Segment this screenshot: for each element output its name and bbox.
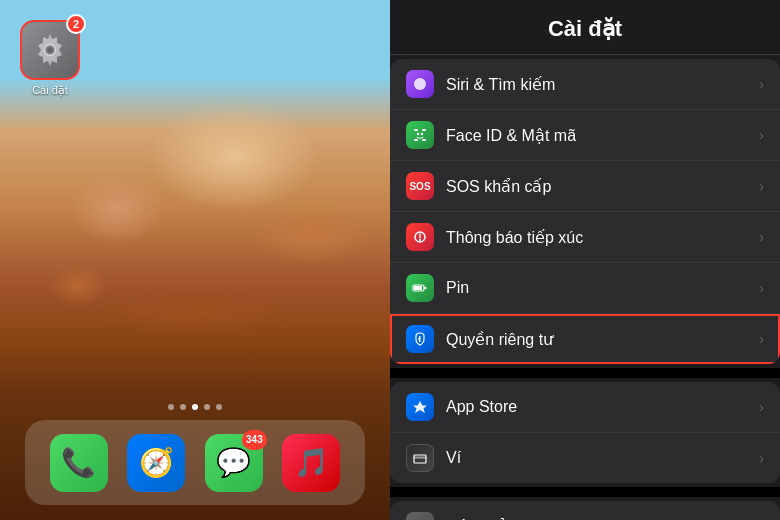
svg-point-8 [417, 133, 419, 135]
wallet-icon [406, 444, 434, 472]
svg-point-2 [47, 47, 53, 53]
settings-app-icon[interactable]: 2 [20, 20, 80, 80]
password-icon [406, 512, 434, 520]
settings-title: Cài đặt [410, 16, 760, 42]
appstore-chevron: › [759, 399, 764, 415]
appstore-label: App Store [446, 398, 759, 416]
iphone-screen: 2 Cài đặt 📞 🧭 [0, 0, 390, 520]
svg-rect-14 [414, 286, 422, 290]
battery-chevron: › [759, 280, 764, 296]
svg-rect-6 [414, 139, 418, 141]
messages-badge: 343 [242, 430, 267, 450]
exposure-chevron: › [759, 229, 764, 245]
svg-rect-13 [424, 287, 427, 289]
page-dots [168, 404, 222, 410]
separator-1 [390, 368, 780, 378]
dock-music[interactable]: 🎵 [282, 434, 340, 492]
exposure-label: Thông báo tiếp xúc [446, 228, 759, 247]
svg-point-9 [421, 133, 423, 135]
svg-rect-4 [414, 129, 418, 131]
separator-2 [390, 487, 780, 497]
siri-chevron: › [759, 76, 764, 92]
sos-item[interactable]: SOS SOS khẩn cấp › [390, 161, 780, 212]
privacy-item[interactable]: Quyền riêng tư › [390, 314, 780, 364]
dot-4 [204, 404, 210, 410]
gear-icon [32, 32, 68, 68]
dock-phone[interactable]: 📞 [50, 434, 108, 492]
password-label: Mật khẩu [446, 517, 759, 521]
messages-icon: 💬 [216, 446, 251, 479]
settings-group-2: App Store › Ví › [390, 382, 780, 483]
settings-group-1: Siri & Tìm kiếm › Face ID & Mật mã › SOS… [390, 59, 780, 364]
svg-point-3 [414, 78, 426, 90]
wallet-label: Ví [446, 449, 759, 467]
dot-2 [180, 404, 186, 410]
svg-rect-17 [414, 457, 426, 459]
privacy-chevron: › [759, 331, 764, 347]
dot-5 [216, 404, 222, 410]
appstore-icon [406, 393, 434, 421]
dot-1 [168, 404, 174, 410]
battery-item[interactable]: Pin › [390, 263, 780, 314]
faceid-label: Face ID & Mật mã [446, 126, 759, 145]
sos-icon: SOS [406, 172, 434, 200]
faceid-chevron: › [759, 127, 764, 143]
password-item[interactable]: Mật khẩu › [390, 501, 780, 520]
dot-3 [192, 404, 198, 410]
phone-container: 2 Cài đặt 📞 🧭 [0, 0, 780, 520]
dock-messages[interactable]: 💬 343 [205, 434, 263, 492]
settings-list[interactable]: Siri & Tìm kiếm › Face ID & Mật mã › SOS… [390, 55, 780, 520]
home-icon-area: 2 Cài đặt [20, 20, 80, 97]
faceid-icon [406, 121, 434, 149]
dock: 📞 🧭 💬 343 🎵 [25, 420, 365, 505]
settings-app-wrapper[interactable]: 2 Cài đặt [20, 20, 80, 97]
exposure-item[interactable]: Thông báo tiếp xúc › [390, 212, 780, 263]
settings-panel: Cài đặt Siri & Tìm kiếm › Face ID & Mật … [390, 0, 780, 520]
wallet-item[interactable]: Ví › [390, 433, 780, 483]
svg-rect-15 [419, 336, 421, 342]
svg-rect-7 [422, 139, 426, 141]
appstore-item[interactable]: App Store › [390, 382, 780, 433]
wallet-chevron: › [759, 450, 764, 466]
battery-label: Pin [446, 279, 759, 297]
svg-rect-5 [422, 129, 426, 131]
siri-label: Siri & Tìm kiếm [446, 75, 759, 94]
battery-icon [406, 274, 434, 302]
settings-group-3: Mật khẩu › Mail › Danh bạ › [390, 501, 780, 520]
svg-point-11 [419, 239, 421, 241]
music-icon: 🎵 [294, 446, 329, 479]
faceid-item[interactable]: Face ID & Mật mã › [390, 110, 780, 161]
sos-chevron: › [759, 178, 764, 194]
wallpaper: 2 Cài đặt 📞 🧭 [0, 0, 390, 520]
siri-icon [406, 70, 434, 98]
dock-safari[interactable]: 🧭 [127, 434, 185, 492]
siri-item[interactable]: Siri & Tìm kiếm › [390, 59, 780, 110]
sos-label: SOS khẩn cấp [446, 177, 759, 196]
notification-badge: 2 [66, 14, 86, 34]
settings-header: Cài đặt [390, 0, 780, 55]
phone-icon: 📞 [61, 446, 96, 479]
privacy-label: Quyền riêng tư [446, 330, 759, 349]
safari-icon: 🧭 [139, 446, 174, 479]
privacy-icon [406, 325, 434, 353]
settings-app-label: Cài đặt [32, 84, 68, 97]
exposure-icon [406, 223, 434, 251]
